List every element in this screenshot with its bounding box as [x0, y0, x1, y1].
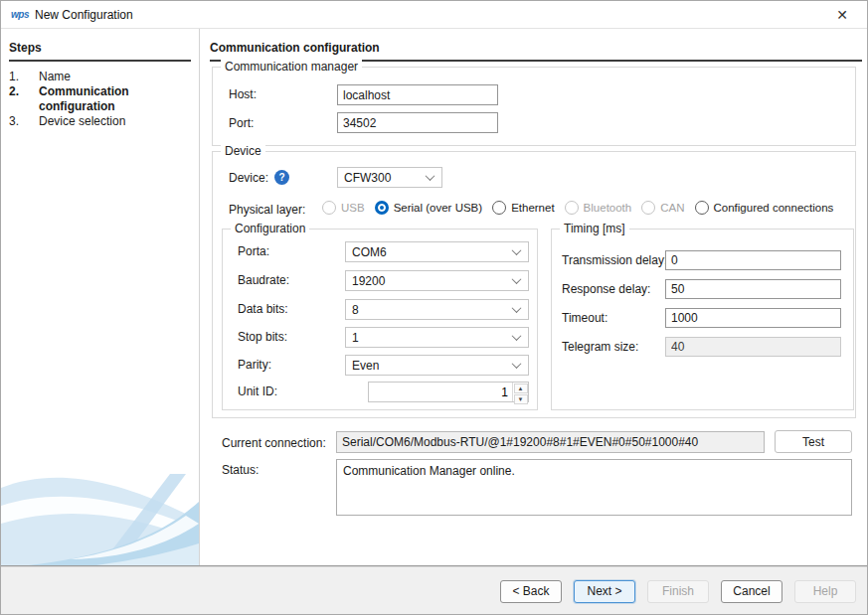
radio-serial-over-usb[interactable]: Serial (over USB): [375, 201, 482, 215]
physical-layer-label: Physical layer:: [229, 203, 305, 217]
group-legend: Communication manager: [221, 60, 362, 74]
back-button[interactable]: < Back: [500, 580, 562, 603]
port-input[interactable]: [337, 112, 498, 133]
steps-list: 1. Name 2. Communication configuration 3…: [9, 70, 193, 129]
step-item-name: 1. Name: [9, 70, 193, 84]
response-delay-input[interactable]: [665, 279, 841, 299]
wps-logo-icon: wps: [11, 9, 31, 22]
spinner-down-icon[interactable]: ▼: [514, 394, 528, 404]
physical-layer-radio-group: USB Serial (over USB) Ethernet Bluetooth…: [322, 201, 833, 215]
radio-label: USB: [341, 202, 365, 214]
test-button[interactable]: Test: [775, 430, 852, 453]
unit-id-stepper[interactable]: ▲ ▼: [368, 382, 529, 402]
step-label: Name: [39, 70, 178, 84]
radio-label: CAN: [660, 202, 684, 214]
radio-icon: [565, 201, 579, 215]
chevron-down-icon: [512, 359, 522, 369]
transmission-delay-label: Transmission delay:: [562, 253, 667, 267]
new-configuration-dialog: wps New Configuration ✕ Steps 1. Name 2.…: [0, 0, 868, 615]
group-legend: Device: [221, 144, 265, 158]
radio-configured-connections[interactable]: Configured connections: [695, 201, 834, 215]
unit-id-label: Unit ID:: [238, 384, 277, 398]
transmission-delay-input[interactable]: [665, 250, 841, 270]
radio-icon: [695, 201, 709, 215]
radio-selected-icon: [375, 201, 389, 215]
porta-select[interactable]: COM6: [345, 241, 529, 262]
next-button[interactable]: Next >: [574, 580, 635, 603]
group-legend: Configuration: [231, 222, 309, 235]
group-legend: Timing [ms]: [560, 222, 629, 235]
spinner-buttons: ▲ ▼: [512, 383, 528, 401]
radio-ethernet[interactable]: Ethernet: [492, 201, 554, 215]
steps-heading: Steps: [9, 41, 191, 62]
radio-label: Serial (over USB): [394, 202, 482, 214]
device-label: Device:: [229, 171, 268, 185]
finish-button: Finish: [647, 580, 709, 603]
parity-label: Parity:: [238, 358, 271, 372]
radio-icon: [492, 201, 506, 215]
porta-select-value: COM6: [352, 245, 513, 259]
radio-label: Bluetooth: [584, 202, 632, 214]
configuration-group: Configuration Porta: COM6 Baudrate: 1920…: [222, 229, 538, 410]
baudrate-select-value: 19200: [352, 274, 513, 288]
parity-select[interactable]: Even: [345, 355, 529, 376]
status-label: Status:: [222, 463, 259, 477]
radio-can: CAN: [641, 201, 684, 215]
step-number: 1.: [9, 70, 39, 84]
parity-select-value: Even: [352, 359, 513, 373]
data-bits-select[interactable]: 8: [345, 299, 529, 320]
telegram-size-label: Telegram size:: [562, 340, 638, 354]
close-icon[interactable]: ✕: [831, 5, 853, 25]
step-number: 3.: [9, 114, 39, 129]
radio-label: Configured connections: [714, 202, 834, 214]
host-input[interactable]: [337, 84, 498, 105]
host-label: Host:: [229, 87, 257, 101]
data-bits-select-value: 8: [352, 303, 513, 317]
baudrate-label: Baudrate:: [238, 273, 289, 287]
timeout-label: Timeout:: [562, 311, 608, 325]
step-label: Device selection: [39, 114, 178, 129]
step-item-communication-configuration: 2. Communication configuration: [9, 84, 193, 114]
stop-bits-select[interactable]: 1: [345, 327, 529, 348]
step-number: 2.: [9, 84, 39, 114]
decorative-swoosh-graphic: [1, 466, 199, 565]
current-connection-label: Current connection:: [222, 436, 326, 450]
help-icon[interactable]: ?: [274, 170, 289, 185]
data-bits-label: Data bits:: [238, 302, 288, 316]
port-label: Port:: [229, 116, 254, 130]
unit-id-input[interactable]: [369, 383, 512, 401]
sidebar-divider: [199, 29, 200, 565]
radio-bluetooth: Bluetooth: [565, 201, 632, 215]
step-label: Communication configuration: [39, 84, 178, 114]
chevron-down-icon: [512, 303, 522, 313]
porta-label: Porta:: [238, 244, 269, 258]
help-button: Help: [794, 580, 856, 603]
chevron-down-icon: [512, 331, 522, 341]
window-title: New Configuration: [35, 8, 133, 22]
chevron-down-icon: [512, 245, 522, 255]
title-bar: wps New Configuration ✕: [1, 1, 867, 29]
footer-bar: < Back Next > Finish Cancel Help: [1, 565, 867, 615]
current-connection-field: [336, 431, 765, 453]
radio-icon: [322, 201, 336, 215]
response-delay-label: Response delay:: [562, 282, 650, 296]
radio-label: Ethernet: [511, 202, 554, 214]
page-title: Communication configuration: [210, 41, 862, 62]
telegram-size-input: [665, 337, 841, 357]
status-textarea: Communication Manager online.: [336, 459, 852, 516]
radio-icon: [641, 201, 655, 215]
stop-bits-select-value: 1: [352, 331, 513, 345]
device-select-value: CFW300: [344, 171, 427, 185]
communication-manager-group: Communication manager Host: Port:: [212, 67, 856, 146]
baudrate-select[interactable]: 19200: [345, 270, 529, 291]
device-select[interactable]: CFW300: [337, 167, 442, 188]
cancel-button[interactable]: Cancel: [721, 580, 782, 603]
radio-usb: USB: [322, 201, 365, 215]
timeout-input[interactable]: [665, 308, 841, 328]
stop-bits-label: Stop bits:: [238, 330, 287, 344]
chevron-down-icon: [426, 171, 435, 181]
chevron-down-icon: [512, 274, 522, 284]
spinner-up-icon[interactable]: ▲: [514, 384, 528, 393]
timing-group: Timing [ms] Transmission delay: Response…: [551, 229, 854, 410]
step-item-device-selection: 3. Device selection: [9, 114, 193, 129]
